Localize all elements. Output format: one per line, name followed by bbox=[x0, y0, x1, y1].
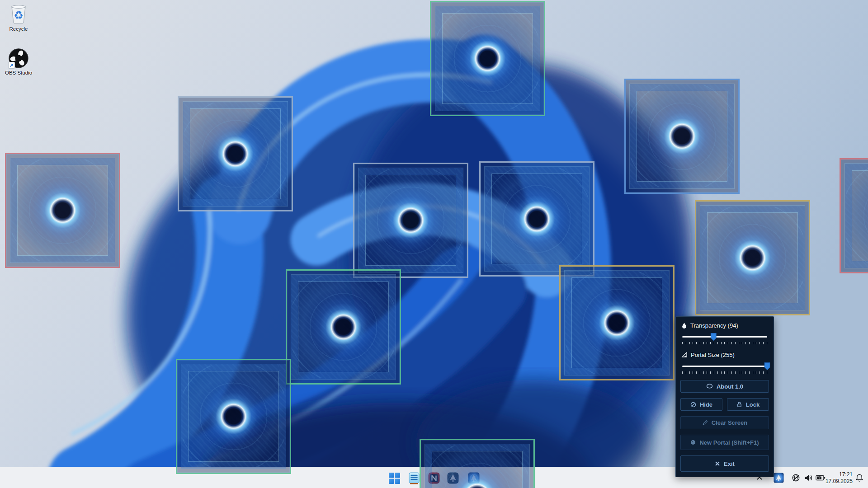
portal-window[interactable] bbox=[840, 158, 868, 273]
slider-thumb[interactable] bbox=[711, 333, 717, 341]
portal-vortex bbox=[183, 366, 284, 467]
portal-vortex bbox=[184, 103, 286, 205]
hide-button[interactable]: Hide bbox=[680, 398, 722, 411]
portal-size-label: Portal Size (255) bbox=[691, 352, 735, 358]
droplet-icon bbox=[681, 322, 687, 329]
hide-button-label: Hide bbox=[700, 401, 712, 408]
new-portal-button[interactable]: New Portal (Shift+F1) bbox=[680, 435, 769, 450]
portal-vortex bbox=[566, 272, 668, 374]
portal-window[interactable] bbox=[624, 79, 740, 194]
portal-window[interactable] bbox=[559, 265, 675, 380]
pencil-icon bbox=[702, 420, 708, 426]
exit-button[interactable]: Exit bbox=[680, 455, 769, 472]
lock-button-label: Lock bbox=[746, 401, 760, 408]
portal-window[interactable] bbox=[5, 153, 120, 268]
portal-window[interactable] bbox=[353, 163, 468, 278]
lock-button[interactable]: Lock bbox=[727, 398, 769, 411]
portal-control-panel: Transparency (94) Portal Size (255) Abou… bbox=[675, 316, 774, 477]
exit-button-label: Exit bbox=[724, 460, 735, 467]
portal-window[interactable] bbox=[479, 161, 594, 277]
portal-vortex bbox=[360, 169, 462, 271]
portal-window[interactable] bbox=[420, 439, 535, 488]
portal-size-label-row: Portal Size (255) bbox=[681, 351, 769, 359]
portal-window[interactable] bbox=[430, 1, 545, 116]
lock-icon bbox=[736, 401, 742, 408]
slider-track[interactable] bbox=[682, 366, 767, 367]
about-button[interactable]: About 1.0 bbox=[680, 380, 769, 393]
close-icon bbox=[715, 461, 720, 466]
hide-icon bbox=[690, 402, 696, 408]
portal-vortex bbox=[702, 207, 803, 309]
clear-screen-button[interactable]: Clear Screen bbox=[680, 416, 769, 429]
speech-ellipse-icon bbox=[706, 384, 713, 389]
new-portal-button-label: New Portal (Shift+F1) bbox=[699, 439, 759, 446]
slider-thumb[interactable] bbox=[764, 362, 770, 370]
portal-vortex bbox=[426, 446, 528, 488]
clear-screen-button-label: Clear Screen bbox=[712, 419, 748, 426]
portal-vortex bbox=[12, 160, 113, 261]
transparency-label-row: Transparency (94) bbox=[681, 321, 769, 329]
portal-window[interactable] bbox=[695, 200, 810, 315]
portal-vortex bbox=[437, 8, 538, 109]
slider-ticks bbox=[682, 371, 767, 375]
portal-vortex bbox=[846, 165, 868, 267]
slider-ticks bbox=[682, 342, 767, 345]
portal-dot-icon bbox=[690, 440, 696, 445]
portal-vortex bbox=[631, 85, 733, 187]
slider-track[interactable] bbox=[682, 336, 767, 338]
desktop: ♻ Recycle OBS Studio bbox=[0, 0, 868, 488]
ruler-icon bbox=[681, 352, 688, 358]
about-button-label: About 1.0 bbox=[717, 383, 743, 390]
transparency-label: Transparency (94) bbox=[690, 322, 738, 329]
portal-vortex bbox=[292, 276, 394, 378]
transparency-slider[interactable] bbox=[682, 333, 767, 341]
portal-window[interactable] bbox=[178, 96, 293, 211]
portal-vortex bbox=[486, 168, 588, 270]
portal-window[interactable] bbox=[286, 269, 401, 385]
portal-size-slider[interactable] bbox=[682, 362, 767, 370]
portal-window[interactable] bbox=[176, 359, 291, 474]
